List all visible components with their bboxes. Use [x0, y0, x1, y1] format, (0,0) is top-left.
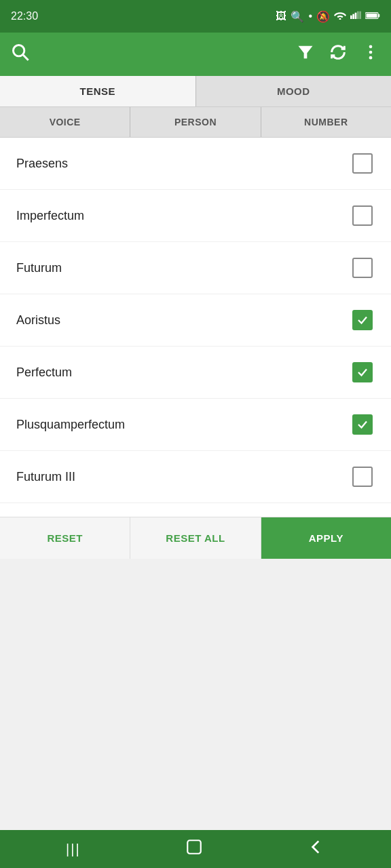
search-icon[interactable] [11, 43, 30, 66]
item-label-4: Perfectum [16, 366, 72, 380]
checkbox-3[interactable] [350, 308, 375, 332]
status-icons: 🖼 🔍 • 🔕 [276, 10, 380, 23]
battery-icon [365, 10, 380, 22]
svg-rect-8 [378, 14, 379, 17]
dot-icon: • [308, 10, 312, 22]
nav-back-icon[interactable] [308, 838, 325, 860]
svg-rect-15 [187, 840, 201, 854]
toolbar-left [11, 43, 30, 66]
gallery-icon: 🖼 [276, 10, 286, 22]
toolbar-right [296, 43, 380, 66]
filter-tabs-row2: VOICE PERSON NUMBER [0, 107, 391, 138]
svg-marker-11 [299, 45, 313, 58]
nav-home-icon[interactable] [185, 838, 203, 860]
svg-point-14 [369, 56, 373, 59]
svg-point-9 [14, 45, 24, 56]
status-bar: 22:30 🖼 🔍 • 🔕 [0, 0, 391, 33]
svg-point-13 [369, 50, 373, 54]
tab-voice[interactable]: VOICE [0, 107, 130, 137]
apply-button[interactable]: APPLY [261, 517, 391, 559]
svg-point-12 [369, 45, 373, 48]
checkbox-6[interactable] [350, 465, 375, 489]
item-label-5: Plusquamperfectum [16, 418, 125, 432]
empty-space [0, 559, 391, 830]
item-label-0: Praesens [16, 157, 68, 171]
list-item: Futurum III [0, 451, 391, 503]
tab-number[interactable]: NUMBER [261, 107, 391, 137]
list-item: Plusquamperfectum [0, 399, 391, 451]
item-label-6: Futurum III [16, 470, 75, 484]
list-item: Perfectum [0, 347, 391, 399]
svg-rect-7 [366, 14, 377, 18]
signal-icon [350, 10, 361, 22]
svg-rect-4 [357, 12, 359, 19]
item-label-1: Imperfectum [16, 209, 84, 223]
tab-mood[interactable]: MOOD [196, 76, 392, 106]
checkbox-2[interactable] [350, 256, 375, 280]
tab-person[interactable]: PERSON [130, 107, 261, 137]
mute-icon: 🔕 [316, 10, 330, 23]
nav-bar: ||| [0, 830, 391, 868]
list-area: PraesensImperfectumFuturumAoristusPerfec… [0, 138, 391, 517]
checkbox-5[interactable] [350, 412, 375, 437]
svg-rect-3 [355, 13, 357, 19]
toolbar [0, 33, 391, 76]
list-item: Imperfectum [0, 190, 391, 242]
refresh-icon[interactable] [329, 43, 348, 66]
svg-line-10 [23, 55, 29, 60]
tab-tense[interactable]: TENSE [0, 76, 196, 106]
checkbox-0[interactable] [350, 151, 375, 176]
svg-rect-5 [359, 12, 361, 19]
wifi-icon [334, 10, 346, 22]
reset-all-button[interactable]: RESET ALL [130, 517, 261, 559]
svg-point-0 [339, 18, 341, 20]
filter-icon[interactable] [296, 43, 315, 66]
reset-button[interactable]: RESET [0, 517, 130, 559]
checkbox-1[interactable] [350, 203, 375, 228]
item-label-3: Aoristus [16, 313, 60, 328]
filter-tabs-row1: TENSE MOOD [0, 76, 391, 107]
action-bar: RESET RESET ALL APPLY [0, 517, 391, 559]
checkbox-4[interactable] [350, 360, 375, 384]
item-label-2: Futurum [16, 261, 62, 275]
nav-menu-icon[interactable]: ||| [66, 842, 81, 857]
search-status-icon: 🔍 [291, 10, 304, 23]
list-item: Futurum [0, 242, 391, 294]
list-item: Aoristus [0, 294, 391, 347]
svg-rect-2 [352, 14, 354, 19]
status-time: 22:30 [11, 10, 38, 22]
list-item: Praesens [0, 138, 391, 190]
more-icon[interactable] [361, 43, 380, 66]
svg-rect-1 [350, 16, 352, 19]
